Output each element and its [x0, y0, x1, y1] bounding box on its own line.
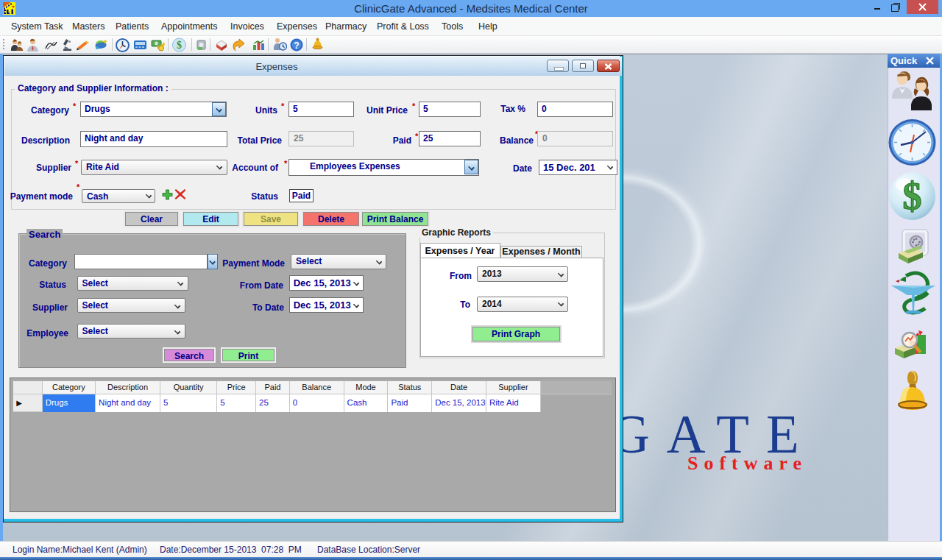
svg-text:$: $: [177, 40, 182, 51]
svg-text:?: ?: [294, 40, 299, 51]
svg-text:$: $: [903, 175, 922, 217]
